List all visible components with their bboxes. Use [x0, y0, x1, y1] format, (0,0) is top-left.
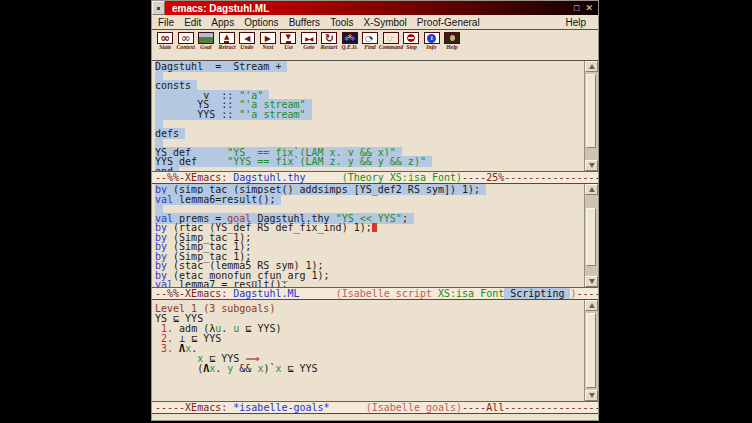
toolbar-use-button[interactable]: Use: [278, 32, 299, 51]
toolbar-q-e-d-button[interactable]: Q.E.D.: [340, 32, 361, 51]
code-line: defs: [155, 129, 584, 139]
toolbar-button-label: Q.E.D.: [342, 44, 358, 51]
toolbar-button-label: Find: [365, 44, 376, 51]
toolbar-undo-button[interactable]: Undo: [237, 32, 258, 51]
text-cursor: [372, 223, 378, 232]
restart-icon: [321, 32, 337, 44]
window-title: emacs: Dagstuhl.ML: [165, 3, 574, 14]
code-line: (Λx. y && x)`x ⊑ YYS: [155, 364, 584, 374]
menu-options[interactable]: Options: [244, 17, 284, 28]
modeline-segment: (Isabelle goals): [366, 402, 462, 413]
toolbar-state-button[interactable]: State: [155, 32, 176, 51]
code-segment: )`: [263, 363, 275, 374]
buffer-dagstuhl-ml[interactable]: by (simp_tac (simpset() addsimps [YS_def…: [152, 184, 584, 287]
toolbar-button-label: Next: [262, 44, 273, 51]
scroll-up-icon[interactable]: [585, 61, 598, 72]
menu-apps[interactable]: Apps: [211, 17, 240, 28]
modeline-segment: -----XEmacs:: [155, 402, 233, 413]
scroll-down-icon[interactable]: [585, 390, 598, 401]
modeline-segment: Scripting: [504, 288, 570, 299]
modeline-segment: ----83%--------------------------: [577, 288, 599, 299]
minibuffer[interactable]: [152, 414, 598, 420]
code-segment: &&: [233, 363, 257, 374]
modeline-dagstuhl-thy[interactable]: --%%-XEmacs: Dagstuhl.thy (Theory XS:isa…: [152, 171, 598, 184]
stop-icon: [403, 32, 419, 44]
toolbar-retract-button[interactable]: Retract: [217, 32, 238, 51]
code-segment: defs: [155, 128, 179, 139]
menu-proof-general[interactable]: Proof-General: [417, 17, 486, 28]
toolbar-button-label: Help: [447, 44, 458, 51]
undo-icon: [239, 32, 255, 44]
context-icon: [178, 32, 194, 44]
code-segment: val: [155, 279, 179, 287]
menu-buffers[interactable]: Buffers: [289, 17, 327, 28]
toolbar-info-button[interactable]: Info: [422, 32, 443, 51]
modeline-segment: (Isabelle script: [336, 288, 438, 299]
close-icon[interactable]: ✕: [585, 4, 593, 13]
menu-edit[interactable]: Edit: [184, 17, 207, 28]
menu-x-symbol[interactable]: X-Symbol: [363, 17, 412, 28]
toolbar-button-label: Undo: [241, 44, 254, 51]
scrollbar-thumb[interactable]: [586, 208, 596, 266]
modeline-isabelle-goals[interactable]: -----XEmacs: *isabelle-goals* (Isabelle …: [152, 401, 598, 414]
code-segment: YYS ::: [155, 109, 239, 120]
toolbar-find-button[interactable]: Find: [360, 32, 381, 51]
code-segment: Dagstuhl = Stream +: [155, 61, 281, 72]
scrollbar-thumb[interactable]: [586, 74, 596, 148]
toolbar-restart-button[interactable]: Restart: [319, 32, 340, 51]
toolbar-button-label: Info: [427, 44, 437, 51]
menu-help[interactable]: Help: [565, 17, 588, 28]
modeline-segment: (Theory XS:isa Font): [342, 172, 462, 183]
code-segment: val: [155, 194, 179, 205]
scrollbar-goals[interactable]: [584, 300, 598, 401]
code-segment: "YYS == fix`(LAM z. y && y && z)": [227, 156, 426, 167]
code-segment: .: [221, 323, 233, 334]
scrollbar-thumb[interactable]: [586, 313, 596, 388]
code-line: Dagstuhl = Stream +: [155, 62, 584, 72]
scroll-up-icon[interactable]: [585, 300, 598, 311]
command-icon: [383, 32, 399, 44]
menu-file[interactable]: File: [158, 17, 180, 28]
window-menu-button[interactable]: [152, 1, 165, 15]
toolbar-goal-button[interactable]: Goal: [196, 32, 217, 51]
modeline-segment: [306, 172, 342, 183]
modeline-segment: --%%-XEmacs:: [155, 288, 233, 299]
titlebar: emacs: Dagstuhl.ML □ ✕: [152, 1, 598, 15]
code-segment: lemma6=result();: [179, 194, 275, 205]
scroll-down-icon[interactable]: [585, 160, 598, 171]
toolbar-button-label: Context: [177, 44, 195, 51]
info-icon: [424, 32, 440, 44]
maximize-icon[interactable]: □: [574, 4, 579, 13]
buffer-isabelle-goals[interactable]: Level 1 (3 subgoals)YS ⊑ YYS 1. adm (λu.…: [152, 300, 584, 401]
goto-icon: [301, 32, 317, 44]
menu-bar: FileEditAppsOptionsBuffersToolsX-SymbolP…: [152, 15, 598, 30]
toolbar-button-label: State: [159, 44, 171, 51]
code-segment: ;: [402, 213, 408, 224]
toolbar-button-label: Use: [284, 44, 293, 51]
toolbar-button-label: Restart: [321, 44, 338, 51]
toolbar-stop-button[interactable]: Stop: [401, 32, 422, 51]
code-segment: (: [155, 363, 203, 374]
qed-icon: [342, 32, 358, 44]
code-line: 2. ⊥ ⊑ YYS: [155, 334, 584, 344]
code-line: YYS :: "'a stream": [155, 110, 584, 120]
toolbar-goto-button[interactable]: Goto: [299, 32, 320, 51]
buffer-dagstuhl-thy[interactable]: Dagstuhl = Stream +consts y :: "'a" YS :…: [152, 61, 584, 171]
toolbar-context-button[interactable]: Context: [176, 32, 197, 51]
modeline-segment: XS:isa Font: [438, 288, 504, 299]
scroll-down-icon[interactable]: [585, 276, 598, 287]
modeline-segment: ----All---------------------------------…: [462, 402, 598, 413]
modeline-dagstuhl-ml[interactable]: --%%-XEmacs: Dagstuhl.ML (Isabelle scrip…: [152, 287, 598, 300]
toolbar-help-button[interactable]: Help: [442, 32, 463, 51]
scrollbar-ml[interactable]: [584, 184, 598, 287]
code-line: val lemma6=result();: [155, 195, 584, 205]
help-icon: [444, 32, 460, 44]
toolbar-command-button[interactable]: Command: [381, 32, 402, 51]
menu-tools[interactable]: Tools: [330, 17, 359, 28]
toolbar-button-label: Goto: [303, 44, 314, 51]
window-menu-dot-icon: [157, 7, 160, 10]
code-line: [155, 119, 584, 129]
scrollbar-thy[interactable]: [584, 61, 598, 171]
toolbar-next-button[interactable]: Next: [258, 32, 279, 51]
scroll-up-icon[interactable]: [585, 184, 598, 195]
